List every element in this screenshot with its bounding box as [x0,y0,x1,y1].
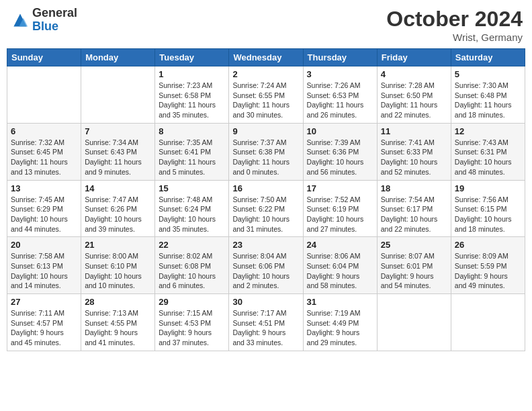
calendar-cell: 16Sunrise: 7:50 AMSunset: 6:22 PMDayligh… [229,180,303,237]
sunrise-text: Sunrise: 7:56 AM [455,195,521,205]
calendar-cell: 1Sunrise: 7:23 AMSunset: 6:58 PMDaylight… [155,66,229,124]
daylight-text: Daylight: 11 hours and 9 minutes. [85,157,151,177]
day-header-thursday: Thursday [303,49,377,66]
day-number: 13 [11,183,77,193]
sunset-text: Sunset: 6:04 PM [307,261,373,271]
day-info: Sunrise: 7:17 AMSunset: 4:51 PMDaylight:… [232,308,299,348]
day-info: Sunrise: 7:41 AMSunset: 6:33 PMDaylight:… [381,138,447,177]
calendar-cell [377,294,451,351]
sunset-text: Sunset: 5:59 PM [455,261,521,271]
day-number: 20 [11,240,77,250]
day-info: Sunrise: 7:37 AMSunset: 6:38 PMDaylight:… [232,138,299,177]
calendar-cell: 10Sunrise: 7:39 AMSunset: 6:36 PMDayligh… [303,123,377,180]
day-number: 23 [232,240,299,250]
day-info: Sunrise: 7:35 AMSunset: 6:41 PMDaylight:… [159,138,225,177]
sunrise-text: Sunrise: 7:37 AM [232,138,299,148]
day-info: Sunrise: 7:39 AMSunset: 6:36 PMDaylight:… [307,138,373,177]
day-info: Sunrise: 7:30 AMSunset: 6:48 PMDaylight:… [455,81,521,120]
daylight-text: Daylight: 11 hours and 13 minutes. [11,157,77,177]
day-header-wednesday: Wednesday [229,49,303,66]
sunset-text: Sunset: 6:55 PM [232,91,299,101]
sunset-text: Sunset: 6:50 PM [381,91,447,101]
sunrise-text: Sunrise: 7:35 AM [159,138,225,148]
calendar-header-row: SundayMondayTuesdayWednesdayThursdayFrid… [7,49,525,66]
sunset-text: Sunset: 4:49 PM [307,318,373,328]
sunset-text: Sunset: 6:45 PM [11,147,77,157]
sunrise-text: Sunrise: 7:11 AM [11,308,77,318]
daylight-text: Daylight: 11 hours and 22 minutes. [381,100,447,120]
day-number: 8 [159,126,225,136]
daylight-text: Daylight: 9 hours and 49 minutes. [455,271,521,291]
daylight-text: Daylight: 10 hours and 48 minutes. [455,157,521,177]
sunset-text: Sunset: 4:51 PM [232,318,299,328]
daylight-text: Daylight: 11 hours and 35 minutes. [159,100,225,120]
logo-blue-text: Blue [32,20,77,34]
sunset-text: Sunset: 6:38 PM [232,147,299,157]
logo: General Blue [9,7,77,34]
day-info: Sunrise: 8:07 AMSunset: 6:01 PMDaylight:… [381,251,447,291]
month-title: October 2024 [386,7,523,32]
sunrise-text: Sunrise: 8:07 AM [381,251,447,261]
calendar-cell: 29Sunrise: 7:15 AMSunset: 4:53 PMDayligh… [155,294,229,351]
daylight-text: Daylight: 10 hours and 6 minutes. [159,271,225,291]
daylight-text: Daylight: 11 hours and 30 minutes. [232,100,299,120]
calendar-cell: 11Sunrise: 7:41 AMSunset: 6:33 PMDayligh… [377,123,451,180]
sunset-text: Sunset: 6:58 PM [159,91,225,101]
day-info: Sunrise: 7:13 AMSunset: 4:55 PMDaylight:… [85,308,151,348]
sunset-text: Sunset: 6:31 PM [455,147,521,157]
sunset-text: Sunset: 6:06 PM [232,261,299,271]
calendar-cell: 14Sunrise: 7:47 AMSunset: 6:26 PMDayligh… [81,180,155,237]
calendar-cell: 8Sunrise: 7:35 AMSunset: 6:41 PMDaylight… [155,123,229,180]
sunrise-text: Sunrise: 7:24 AM [232,81,299,91]
week-row-5: 27Sunrise: 7:11 AMSunset: 4:57 PMDayligh… [7,294,525,351]
sunset-text: Sunset: 6:41 PM [159,147,225,157]
daylight-text: Daylight: 10 hours and 27 minutes. [307,214,373,234]
sunrise-text: Sunrise: 8:09 AM [455,251,521,261]
day-info: Sunrise: 7:28 AMSunset: 6:50 PMDaylight:… [381,81,447,120]
sunrise-text: Sunrise: 8:02 AM [159,251,225,261]
calendar-cell: 31Sunrise: 7:19 AMSunset: 4:49 PMDayligh… [303,294,377,351]
title-block: October 2024 Wrist, Germany [386,7,523,43]
day-header-friday: Friday [377,49,451,66]
day-number: 21 [85,240,151,250]
week-row-4: 20Sunrise: 7:58 AMSunset: 6:13 PMDayligh… [7,237,525,294]
calendar-cell: 2Sunrise: 7:24 AMSunset: 6:55 PMDaylight… [229,66,303,124]
daylight-text: Daylight: 11 hours and 26 minutes. [307,100,373,120]
sunset-text: Sunset: 6:33 PM [381,147,447,157]
day-info: Sunrise: 7:34 AMSunset: 6:43 PMDaylight:… [85,138,151,177]
day-number: 12 [455,126,521,136]
sunset-text: Sunset: 6:29 PM [11,204,77,214]
day-info: Sunrise: 8:02 AMSunset: 6:08 PMDaylight:… [159,251,225,291]
sunrise-text: Sunrise: 7:19 AM [307,308,373,318]
daylight-text: Daylight: 10 hours and 31 minutes. [232,214,299,234]
calendar-cell: 26Sunrise: 8:09 AMSunset: 5:59 PMDayligh… [451,237,525,294]
sunset-text: Sunset: 4:57 PM [11,318,77,328]
daylight-text: Daylight: 11 hours and 0 minutes. [232,157,299,177]
daylight-text: Daylight: 10 hours and 14 minutes. [11,271,77,291]
day-header-tuesday: Tuesday [155,49,229,66]
daylight-text: Daylight: 10 hours and 39 minutes. [85,214,151,234]
calendar-cell: 3Sunrise: 7:26 AMSunset: 6:53 PMDaylight… [303,66,377,124]
day-number: 17 [307,183,373,193]
sunrise-text: Sunrise: 8:06 AM [307,251,373,261]
day-number: 25 [381,240,447,250]
day-info: Sunrise: 7:43 AMSunset: 6:31 PMDaylight:… [455,138,521,177]
daylight-text: Daylight: 9 hours and 33 minutes. [232,328,299,347]
logo-icon [9,9,31,31]
calendar-cell: 12Sunrise: 7:43 AMSunset: 6:31 PMDayligh… [451,123,525,180]
sunset-text: Sunset: 4:55 PM [85,318,151,328]
day-header-saturday: Saturday [451,49,525,66]
daylight-text: Daylight: 10 hours and 56 minutes. [307,157,373,177]
sunrise-text: Sunrise: 7:41 AM [381,138,447,148]
sunrise-text: Sunrise: 7:54 AM [381,195,447,205]
sunrise-text: Sunrise: 7:45 AM [11,195,77,205]
week-row-1: 1Sunrise: 7:23 AMSunset: 6:58 PMDaylight… [7,66,525,124]
sunset-text: Sunset: 6:36 PM [307,147,373,157]
day-info: Sunrise: 7:15 AMSunset: 4:53 PMDaylight:… [159,308,225,348]
daylight-text: Daylight: 9 hours and 45 minutes. [11,328,77,347]
calendar-cell: 19Sunrise: 7:56 AMSunset: 6:15 PMDayligh… [451,180,525,237]
calendar-cell: 7Sunrise: 7:34 AMSunset: 6:43 PMDaylight… [81,123,155,180]
sunset-text: Sunset: 6:13 PM [11,261,77,271]
sunrise-text: Sunrise: 7:23 AM [159,81,225,91]
sunrise-text: Sunrise: 7:15 AM [159,308,225,318]
